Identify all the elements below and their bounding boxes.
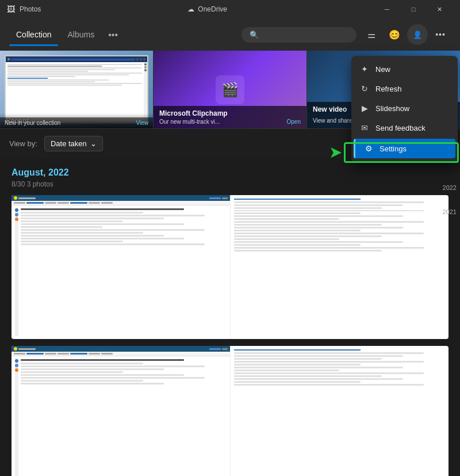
nav-more-button[interactable]: •••: [103, 26, 122, 44]
doc-right-panel-1: [230, 195, 449, 339]
dropdown-item-refresh[interactable]: ↻ Refresh: [351, 79, 458, 98]
more-icon: •••: [435, 30, 446, 39]
onedrive-indicator: ☁ OneDrive: [187, 5, 227, 13]
year-nav: 2022 2021: [443, 184, 457, 215]
dropdown-item-slideshow[interactable]: ▶ Slideshow: [351, 98, 458, 118]
view-by-label: View by:: [9, 139, 37, 148]
dropdown-label-refresh: Refresh: [375, 85, 402, 93]
nav-tabs: Collection Albums •••: [9, 25, 237, 44]
year-2022: 2022: [443, 184, 457, 191]
refresh-icon: ↻: [359, 84, 370, 93]
dropdown-label-settings: Settings: [379, 144, 407, 153]
onedrive-icon: ☁: [187, 5, 194, 13]
maximize-button[interactable]: □: [400, 0, 427, 18]
close-button[interactable]: ✕: [427, 0, 453, 18]
more-options-button[interactable]: •••: [430, 24, 451, 45]
onedrive-label: OneDrive: [198, 5, 227, 13]
view-by-value: Date taken: [51, 139, 87, 148]
doc-preview-1: [12, 195, 230, 339]
filter-icon: ⚌: [367, 29, 375, 40]
filter-button[interactable]: ⚌: [361, 24, 382, 45]
nav-actions: ⚌ 😊 👤 •••: [361, 24, 451, 45]
people-button[interactable]: 😊: [384, 24, 405, 45]
dropdown-item-new[interactable]: ✦ New: [351, 59, 458, 79]
photo-card-2[interactable]: [12, 346, 448, 476]
content-area[interactable]: August, 2022 8/30 3 photos: [0, 158, 460, 476]
chevron-down-icon: ⌄: [90, 139, 97, 148]
dropdown-label-new: New: [375, 65, 390, 74]
tile-new-video-subtitle: View and share y: [313, 117, 357, 124]
people-icon: 😊: [389, 29, 400, 40]
title-bar: 🖼 Photos ☁ OneDrive ─ □ ✕: [0, 0, 460, 18]
date-subheading: 8/30 3 photos: [12, 180, 448, 188]
window-controls: ─ □ ✕: [374, 0, 453, 18]
doc-right-panel-2: [230, 346, 449, 476]
search-box: 🔍: [241, 27, 356, 43]
app-title-area: 🖼 Photos: [7, 5, 41, 14]
dropdown-item-settings[interactable]: ⚙ Settings: [354, 139, 455, 158]
account-button[interactable]: 👤: [407, 24, 428, 45]
date-heading: August, 2022: [12, 167, 448, 178]
tile-clipchamp-subtitle: Our new multi-track vi...: [159, 119, 220, 125]
account-icon: 👤: [413, 31, 422, 39]
navigation-bar: Collection Albums ••• 🔍 ⚌ 😊 👤 •••: [0, 18, 460, 51]
new-icon: ✦: [359, 64, 370, 74]
tile-recent-subtitle: New in your collection: [5, 120, 60, 126]
tile-recent[interactable]: Recent New in your collection View: [0, 51, 154, 128]
dropdown-item-feedback[interactable]: ✉ Send feedback: [351, 118, 458, 138]
view-by-select[interactable]: Date taken ⌄: [44, 136, 103, 151]
tab-collection[interactable]: Collection: [9, 25, 58, 44]
feedback-icon: ✉: [359, 123, 370, 132]
doc-preview-2: [12, 346, 230, 476]
dropdown-label-slideshow: Slideshow: [375, 104, 409, 113]
photo-card-1[interactable]: [12, 195, 448, 339]
tab-albums[interactable]: Albums: [60, 25, 101, 44]
dropdown-menu: ✦ New ↻ Refresh ▶ Slideshow ✉ Send feedb…: [351, 56, 458, 163]
search-input[interactable]: [263, 31, 360, 39]
search-icon: 🔍: [250, 31, 259, 39]
slideshow-icon: ▶: [359, 104, 370, 113]
app-title: Photos: [20, 5, 41, 13]
tile-recent-action[interactable]: View: [136, 120, 149, 126]
minimize-button[interactable]: ─: [374, 0, 400, 18]
dropdown-label-feedback: Send feedback: [375, 124, 425, 132]
tile-clipchamp-title: Microsoft Clipchamp: [159, 109, 301, 117]
year-2021: 2021: [443, 208, 457, 215]
tile-clipchamp[interactable]: 🎬 Microsoft Clipchamp Our new multi-trac…: [154, 51, 307, 128]
app-icon: 🖼: [7, 5, 15, 14]
tile-clipchamp-action[interactable]: Open: [287, 119, 301, 125]
settings-icon: ⚙: [363, 144, 374, 153]
